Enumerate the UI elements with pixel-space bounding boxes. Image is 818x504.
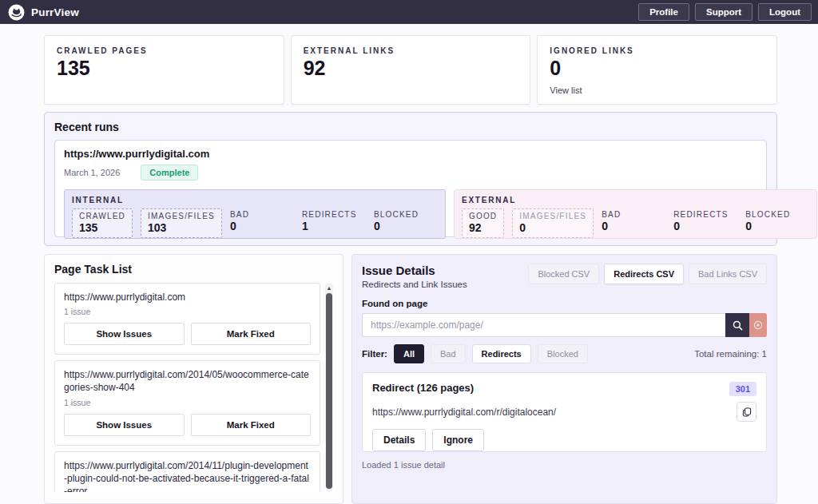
page-url-search-input[interactable] — [362, 313, 725, 337]
filter-redirects-button[interactable]: Redirects — [472, 344, 531, 363]
profile-button[interactable]: Profile — [638, 3, 689, 21]
issue-card: Redirect (126 pages) 301 https://www.pur… — [362, 372, 767, 452]
stat-value: 103 — [148, 221, 215, 234]
stat-label: BAD — [602, 210, 665, 219]
copy-icon — [742, 407, 752, 417]
task-actions: Show Issues Mark Fixed — [64, 414, 311, 436]
total-remaining: Total remaining: 1 — [694, 349, 767, 359]
run-panels: INTERNAL CRAWLED 135 IMAGES/FILES 103 BA… — [64, 189, 757, 239]
mark-fixed-button[interactable]: Mark Fixed — [191, 323, 312, 345]
stat-value: 0 — [602, 220, 665, 232]
scrollbar-up-icon[interactable]: ▲ — [325, 283, 333, 293]
search-button[interactable] — [725, 313, 749, 337]
stat-value: 92 — [469, 221, 497, 234]
stat-redirects: REDIRECTS 1 — [302, 208, 366, 235]
internal-stats-panel: INTERNAL CRAWLED 135 IMAGES/FILES 103 BA… — [64, 189, 446, 239]
issue-details-titles: Issue Details Redirects and Link Issues — [362, 264, 467, 289]
stat-bad: BAD 0 — [230, 208, 294, 235]
mark-fixed-button[interactable]: Mark Fixed — [191, 414, 312, 436]
navbar-actions: Profile Support Logout — [638, 3, 812, 21]
issue-url: https://www.purrlydigital.com/r/digitalo… — [372, 407, 556, 418]
clear-target-icon — [753, 320, 763, 330]
issue-actions: Details Ignore — [372, 429, 756, 451]
filter-blocked-button[interactable]: Blocked — [538, 344, 588, 363]
stat-value: 1 — [302, 220, 366, 232]
task-issue-count: 1 issue — [64, 398, 311, 407]
stat-label: EXTERNAL LINKS — [304, 46, 518, 55]
filter-row: Filter: All Bad Redirects Blocked Total … — [362, 344, 767, 363]
task-list-scroll-area: https://www.purrlydigital.com 1 issue Sh… — [54, 283, 333, 492]
issue-details-header: Issue Details Redirects and Link Issues … — [362, 264, 767, 289]
stat-value: 0 — [230, 220, 294, 232]
internal-panel-title: INTERNAL — [72, 196, 438, 204]
stat-card-external-links: EXTERNAL LINKS 92 — [291, 35, 531, 105]
brand: PurrView — [8, 4, 79, 21]
found-on-page-label: Found on page — [362, 299, 767, 308]
stat-blocked: BLOCKED 0 — [745, 208, 809, 235]
app-title: PurrView — [31, 6, 79, 18]
stat-card-crawled-pages: CRAWLED PAGES 135 — [44, 35, 284, 105]
stat-value: 0 — [550, 58, 764, 80]
stat-value: 0 — [519, 221, 586, 234]
issue-title: Redirect (126 pages) — [372, 382, 474, 394]
summary-stats-row: CRAWLED PAGES 135 EXTERNAL LINKS 92 IGNO… — [44, 35, 777, 105]
stat-label: BLOCKED — [745, 210, 809, 219]
stat-label: REDIRECTS — [302, 210, 366, 219]
stat-label: IMAGES/FILES — [148, 212, 215, 220]
csv-export-buttons: Blocked CSV Redirects CSV Bad Links CSV — [528, 264, 767, 284]
top-navbar: PurrView Profile Support Logout — [0, 0, 818, 24]
page-content: CRAWLED PAGES 135 EXTERNAL LINKS 92 IGNO… — [0, 24, 818, 504]
external-stats: GOOD 92 IMAGES/FILES 0 BAD 0 REDIRECTS — [462, 208, 809, 238]
show-issues-button[interactable]: Show Issues — [64, 323, 185, 345]
external-panel-title: EXTERNAL — [462, 196, 809, 204]
copy-url-button[interactable] — [737, 402, 756, 422]
filter-bad-button[interactable]: Bad — [431, 344, 466, 363]
scrollbar-thumb[interactable] — [326, 293, 332, 489]
task-url: https://www.purrlydigital.com/2014/05/wo… — [64, 368, 311, 394]
view-list-link[interactable]: View list — [550, 85, 582, 95]
stat-crawled: CRAWLED 135 — [72, 208, 133, 238]
run-meta: March 1, 2026 Complete — [64, 165, 757, 181]
issue-details-footer: Loaded 1 issue detail — [362, 460, 767, 470]
logout-button[interactable]: Logout — [758, 3, 812, 21]
details-button[interactable]: Details — [372, 429, 426, 451]
show-issues-button[interactable]: Show Issues — [64, 414, 185, 436]
issue-details-subtitle: Redirects and Link Issues — [362, 280, 467, 289]
stat-label: IMAGES/FILES — [519, 212, 586, 220]
stat-value: 0 — [745, 220, 809, 232]
stat-good: GOOD 92 — [462, 208, 504, 238]
stat-value: 135 — [57, 58, 272, 80]
task-list-scrollbar[interactable]: ▲ — [325, 283, 333, 492]
support-button[interactable]: Support — [695, 3, 752, 21]
status-code-badge: 301 — [729, 382, 756, 396]
task-card: https://www.purrlydigital.com/2014/11/pl… — [54, 451, 320, 492]
cat-logo-icon — [8, 4, 25, 21]
bad-links-csv-button[interactable]: Bad Links CSV — [689, 264, 767, 284]
stat-label: REDIRECTS — [673, 210, 737, 219]
clear-search-button[interactable] — [749, 313, 767, 337]
stat-images-files: IMAGES/FILES 103 — [141, 208, 222, 238]
run-status-badge: Complete — [141, 165, 198, 181]
issue-url-row: https://www.purrlydigital.com/r/digitalo… — [372, 402, 756, 422]
ignore-button[interactable]: Ignore — [432, 429, 484, 451]
run-card: https://www.purrlydigital.com March 1, 2… — [54, 140, 767, 237]
task-url: https://www.purrlydigital.com/2014/11/pl… — [64, 459, 311, 492]
page-search-group — [362, 313, 767, 337]
stat-blocked: BLOCKED 0 — [374, 208, 438, 235]
redirects-csv-button[interactable]: Redirects CSV — [604, 264, 684, 284]
stat-card-ignored-links: IGNORED LINKS 0 View list — [537, 35, 777, 105]
stat-value: 0 — [673, 220, 737, 232]
filter-all-button[interactable]: All — [394, 344, 424, 363]
task-card: https://www.purrlydigital.com 1 issue Sh… — [54, 283, 320, 355]
bottom-row: Page Task List https://www.purrlydigital… — [44, 254, 777, 504]
blocked-csv-button[interactable]: Blocked CSV — [528, 264, 599, 284]
external-stats-panel: EXTERNAL GOOD 92 IMAGES/FILES 0 BAD 0 — [454, 189, 817, 239]
stat-images-files: IMAGES/FILES 0 — [512, 208, 594, 238]
page-task-list-panel: Page Task List https://www.purrlydigital… — [44, 254, 343, 504]
internal-stats: CRAWLED 135 IMAGES/FILES 103 BAD 0 RED — [72, 208, 438, 238]
task-url: https://www.purrlydigital.com — [64, 291, 311, 304]
stat-value: 0 — [374, 220, 438, 232]
issue-details-panel: Issue Details Redirects and Link Issues … — [351, 254, 777, 504]
stat-value: 135 — [79, 221, 125, 234]
task-list-title: Page Task List — [54, 263, 333, 276]
